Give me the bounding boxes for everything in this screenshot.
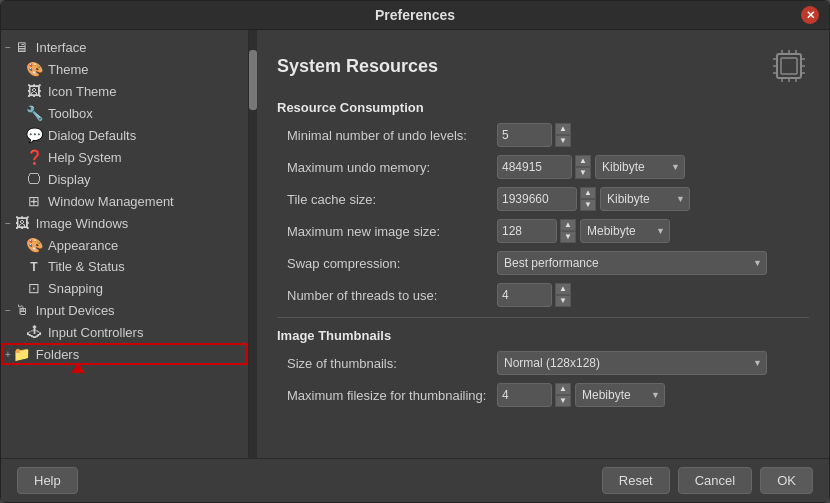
image-windows-icon: 🖼 <box>13 215 31 231</box>
display-icon: 🖵 <box>25 171 43 187</box>
footer-right: Reset Cancel OK <box>602 467 813 494</box>
sidebar-item-input-controllers[interactable]: 🕹 Input Controllers <box>1 321 248 343</box>
select-thumbnail-size[interactable]: Normal (128x128) Large (256x256) Small (… <box>497 351 767 375</box>
controls-undo-levels: ▲ ▼ <box>497 123 571 147</box>
sidebar-item-appearance[interactable]: 🎨 Appearance <box>1 234 248 256</box>
spinner-down-max-image-size[interactable]: ▼ <box>560 231 576 243</box>
sidebar-label-image-windows: Image Windows <box>36 216 128 231</box>
spinner-btns-thumb-filesize: ▲ ▼ <box>555 383 571 407</box>
main-area: − 🖥 Interface 🎨 Theme 🖼 Icon Theme 🔧 Too… <box>1 30 829 458</box>
spinner-up-undo-levels[interactable]: ▲ <box>555 123 571 135</box>
select-tile-cache-unit[interactable]: Kibibyte Mebibyte <box>600 187 690 211</box>
input-undo-memory[interactable] <box>497 155 572 179</box>
ok-button[interactable]: OK <box>760 467 813 494</box>
spinner-down-undo-levels[interactable]: ▼ <box>555 135 571 147</box>
spinner-down-thumb-filesize[interactable]: ▼ <box>555 395 571 407</box>
spinner-up-tile-cache[interactable]: ▲ <box>580 187 596 199</box>
sidebar-item-window-management[interactable]: ⊞ Window Management <box>1 190 248 212</box>
help-system-icon: ❓ <box>25 149 43 165</box>
spinner-down-tile-cache[interactable]: ▼ <box>580 199 596 211</box>
title-bar: Preferences ✕ <box>1 1 829 30</box>
select-undo-memory-unit[interactable]: Kibibyte Mebibyte <box>595 155 685 179</box>
sidebar-scrollbar[interactable] <box>249 30 257 458</box>
input-threads[interactable] <box>497 283 552 307</box>
select-wrapper-swap: Best performance Low memory <box>497 251 767 275</box>
sidebar-item-folders[interactable]: + 📁 Folders <box>1 343 248 365</box>
help-button[interactable]: Help <box>17 467 78 494</box>
select-wrapper-thumb-filesize-unit: Mebibyte Kibibyte <box>575 383 665 407</box>
controls-threads: ▲ ▼ <box>497 283 571 307</box>
sidebar-item-title-status[interactable]: T Title & Status <box>1 256 248 277</box>
arrow-up-icon <box>71 363 85 373</box>
reset-button[interactable]: Reset <box>602 467 670 494</box>
sidebar-item-theme[interactable]: 🎨 Theme <box>1 58 248 80</box>
preferences-dialog: Preferences ✕ − 🖥 Interface 🎨 Theme 🖼 Ic… <box>0 0 830 503</box>
section-resource-consumption: Resource Consumption Minimal number of u… <box>277 100 809 307</box>
content-header: System Resources <box>277 46 809 86</box>
sidebar-item-dialog-defaults[interactable]: 💬 Dialog Defaults <box>1 124 248 146</box>
select-wrapper-thumbnail-size: Normal (128x128) Large (256x256) Small (… <box>497 351 767 375</box>
sidebar-item-display[interactable]: 🖵 Display <box>1 168 248 190</box>
input-max-image-size[interactable] <box>497 219 557 243</box>
close-button[interactable]: ✕ <box>801 6 819 24</box>
form-row-undo-levels: Minimal number of undo levels: ▲ ▼ <box>277 123 809 147</box>
sidebar-label-theme: Theme <box>48 62 88 77</box>
scrollbar-thumb[interactable] <box>249 50 257 110</box>
sidebar-item-snapping[interactable]: ⊡ Snapping <box>1 277 248 299</box>
sidebar-item-toolbox[interactable]: 🔧 Toolbox <box>1 102 248 124</box>
sidebar-item-help-system[interactable]: ❓ Help System <box>1 146 248 168</box>
collapse-icon-folders: + <box>5 349 11 360</box>
controls-max-image-size: ▲ ▼ Mebibyte Kibibyte <box>497 219 670 243</box>
spinner-up-max-image-size[interactable]: ▲ <box>560 219 576 231</box>
controls-tile-cache: ▲ ▼ Kibibyte Mebibyte <box>497 187 690 211</box>
label-tile-cache: Tile cache size: <box>277 192 497 207</box>
appearance-icon: 🎨 <box>25 237 43 253</box>
select-max-image-size-unit[interactable]: Mebibyte Kibibyte <box>580 219 670 243</box>
sidebar-label-title-status: Title & Status <box>48 259 125 274</box>
sidebar-label-input-controllers: Input Controllers <box>48 325 143 340</box>
input-undo-levels[interactable] <box>497 123 552 147</box>
content-area: System Resources <box>257 30 829 458</box>
snapping-icon: ⊡ <box>25 280 43 296</box>
spinner-btns-tile-cache: ▲ ▼ <box>580 187 596 211</box>
input-thumb-filesize[interactable] <box>497 383 552 407</box>
sidebar-label-toolbox: Toolbox <box>48 106 93 121</box>
spinner-up-undo-memory[interactable]: ▲ <box>575 155 591 167</box>
label-thumbnail-size: Size of thumbnails: <box>277 356 497 371</box>
sidebar-item-image-windows[interactable]: − 🖼 Image Windows <box>1 212 248 234</box>
cancel-button[interactable]: Cancel <box>678 467 752 494</box>
form-row-undo-memory: Maximum undo memory: ▲ ▼ Kibibyte Mebiby… <box>277 155 809 179</box>
sidebar-label-display: Display <box>48 172 91 187</box>
spinner-up-thumb-filesize[interactable]: ▲ <box>555 383 571 395</box>
spinner-up-threads[interactable]: ▲ <box>555 283 571 295</box>
label-max-image-size: Maximum new image size: <box>277 224 497 239</box>
section-title-resource: Resource Consumption <box>277 100 809 115</box>
spinner-btns-threads: ▲ ▼ <box>555 283 571 307</box>
theme-icon: 🎨 <box>25 61 43 77</box>
label-threads: Number of threads to use: <box>277 288 497 303</box>
select-thumb-filesize-unit[interactable]: Mebibyte Kibibyte <box>575 383 665 407</box>
spinner-btns-undo-levels: ▲ ▼ <box>555 123 571 147</box>
spinner-down-threads[interactable]: ▼ <box>555 295 571 307</box>
icon-theme-icon: 🖼 <box>25 83 43 99</box>
input-controllers-icon: 🕹 <box>25 324 43 340</box>
label-swap-compression: Swap compression: <box>277 256 497 271</box>
input-tile-cache[interactable] <box>497 187 577 211</box>
sidebar-item-interface[interactable]: − 🖥 Interface <box>1 36 248 58</box>
footer: Help Reset Cancel OK <box>1 458 829 502</box>
select-swap-compression[interactable]: Best performance Low memory <box>497 251 767 275</box>
interface-icon: 🖥 <box>13 39 31 55</box>
sidebar-item-icon-theme[interactable]: 🖼 Icon Theme <box>1 80 248 102</box>
label-undo-levels: Minimal number of undo levels: <box>277 128 497 143</box>
arrow-indicator <box>1 363 248 373</box>
controls-undo-memory: ▲ ▼ Kibibyte Mebibyte <box>497 155 685 179</box>
cpu-icon <box>769 46 809 86</box>
form-row-swap-compression: Swap compression: Best performance Low m… <box>277 251 809 275</box>
spinner-down-undo-memory[interactable]: ▼ <box>575 167 591 179</box>
section-image-thumbnails: Image Thumbnails Size of thumbnails: Nor… <box>277 328 809 407</box>
form-row-thumb-filesize: Maximum filesize for thumbnailing: ▲ ▼ M… <box>277 383 809 407</box>
controls-thumbnail-size: Normal (128x128) Large (256x256) Small (… <box>497 351 767 375</box>
sidebar-item-input-devices[interactable]: − 🖱 Input Devices <box>1 299 248 321</box>
folders-icon: 📁 <box>13 346 31 362</box>
svg-rect-1 <box>781 58 797 74</box>
